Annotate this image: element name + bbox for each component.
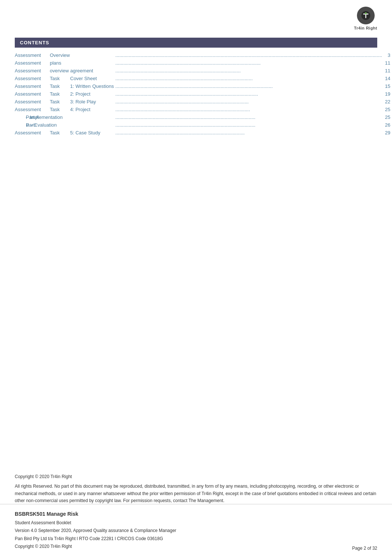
toc-row: Assessmentoverviewagreement.............… (15, 67, 390, 75)
doc-line4: Pan Bird Pty Ltd t/a Tr4in Right l RTO C… (15, 535, 176, 543)
logo-text: Tr4in Right (354, 26, 377, 30)
copyright-line: Copyright © 2020 Tr4in Right (15, 474, 377, 479)
toc-dots: ........................................… (116, 106, 382, 113)
toc-dots: ........................................… (116, 129, 382, 137)
toc-row: Part A– Implementation..................… (15, 113, 390, 121)
toc-label: AssessmentTask4: Project (15, 106, 116, 113)
toc-dots: ........................................… (116, 82, 382, 90)
toc-page: 19 (382, 90, 390, 98)
toc-dots: ........................................… (116, 67, 382, 75)
toc-page: 11 (382, 67, 390, 75)
header: Tr4in Right (0, 0, 392, 34)
toc-dots: ........................................… (116, 51, 382, 59)
toc-page: 25 (382, 113, 390, 121)
contents-section: CONTENTS AssessmentOverview.............… (15, 38, 377, 137)
svg-point-1 (365, 13, 367, 14)
toc-page: 26 (382, 121, 390, 129)
toc-label: AssessmentTask3: Role Play (15, 98, 116, 106)
toc-row: AssessmentTask2: Project................… (15, 90, 390, 98)
toc-label: AssessmentTask1: WrittenQuestions (15, 82, 116, 90)
logo-area: Tr4in Right (354, 7, 377, 30)
toc-page: 3 (382, 51, 390, 59)
toc-page: 29 (382, 129, 390, 137)
toc-label: Assessmentoverviewagreement (15, 67, 116, 75)
toc-dots: ........................................… (116, 121, 382, 129)
toc-dots: ........................................… (116, 113, 382, 121)
toc-label: AssessmentTask5: Case Study (15, 129, 116, 137)
toc-dots: ........................................… (116, 59, 382, 67)
toc-dots: ........................................… (116, 98, 382, 106)
toc-table: AssessmentOverview......................… (15, 51, 390, 137)
toc-page: 25 (382, 106, 390, 113)
toc-row: AssessmentTaskCover Sheet...............… (15, 75, 390, 82)
bottom-bar-left: BSBRSK501 Manage Risk Student Assessment… (15, 509, 176, 551)
toc-row: Assessmentplans.........................… (15, 59, 390, 67)
logo-icon (357, 7, 375, 24)
toc-dots: ........................................… (116, 90, 382, 98)
toc-row: AssessmentTask1: WrittenQuestions.......… (15, 82, 390, 90)
bottom-bar: BSBRSK501 Manage Risk Student Assessment… (0, 504, 392, 556)
toc-page: 14 (382, 75, 390, 82)
toc-label: AssessmentTask2: Project (15, 90, 116, 98)
doc-line2: Student Assessment Booklet (15, 519, 176, 527)
bottom-bar-row: BSBRSK501 Manage Risk Student Assessment… (15, 509, 377, 551)
toc-row: AssessmentTask3: Role Play..............… (15, 98, 390, 106)
doc-line5: Copyright © 2020 Tr4in Right (15, 543, 176, 551)
toc-row: AssessmentTask4: Project................… (15, 106, 390, 113)
toc-dots: ........................................… (116, 75, 382, 82)
toc-label: Part A– Implementation (15, 113, 116, 121)
document-title: BSBRSK501 Manage Risk (15, 509, 176, 519)
toc-page: 11 (382, 59, 390, 67)
footer-section: Copyright © 2020 Tr4in Right All rights … (15, 474, 377, 504)
rights-text: All rights Reserved. No part of this doc… (15, 483, 377, 504)
toc-label: AssessmentTaskCover Sheet (15, 75, 116, 82)
toc-row: AssessmentTask5: Case Study.............… (15, 129, 390, 137)
toc-label: Assessmentplans (15, 59, 116, 67)
toc-page: 15 (382, 82, 390, 90)
toc-label: AssessmentOverview (15, 51, 116, 59)
contents-header: CONTENTS (15, 38, 377, 48)
toc-page: 22 (382, 98, 390, 106)
toc-row: PartB – Evaluation......................… (15, 121, 390, 129)
toc-label: PartB – Evaluation (15, 121, 116, 129)
page-number: Page 2 of 32 (352, 546, 377, 551)
doc-line3: Version 4.0 September 2020, Approved Qua… (15, 527, 176, 535)
toc-row: AssessmentOverview......................… (15, 51, 390, 59)
